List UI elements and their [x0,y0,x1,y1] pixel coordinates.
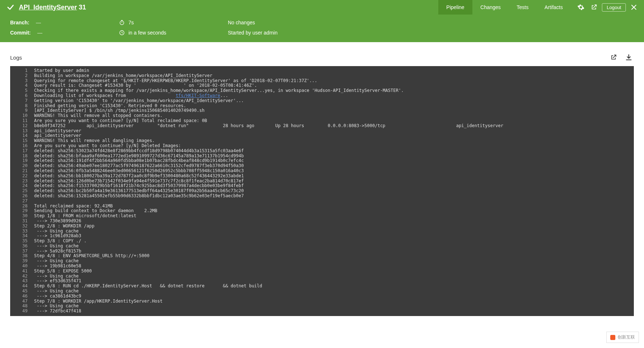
duration-row: 7s [119,20,228,25]
started-by-text: Started by user admin [228,30,278,36]
line-number: 23 [10,179,34,184]
logs-bar: Logs [0,42,644,66]
close-icon[interactable] [629,2,639,12]
line-number: 30 [10,214,34,219]
log-row: 32Step 2/8 : WORKDIR /app [10,224,634,229]
log-row: 48 ---> Using cache [10,304,634,309]
line-content: Are you sure you want to continue? [y/N]… [34,143,634,149]
line-content: Query result is: Changeset #153430 by '█… [34,83,634,88]
header-tabs: Pipeline Changes Tests Artifacts [438,0,571,15]
line-content: ---> Using cache [34,244,634,249]
line-number: 47 [10,299,34,304]
log-row: 46 ---> ca3861d43bc9 [10,294,634,299]
branch-value: — [36,20,41,25]
log-link[interactable]: tfs/HKIT-Software [176,93,220,98]
download-icon[interactable] [624,52,634,62]
line-content: ---> Using cache [34,229,634,234]
line-content: deleted: sha256:bb180027ba39a172d787f2aa… [34,174,634,179]
line-number: 44 [10,284,34,289]
line-number: 12 [10,124,34,129]
line-content: Sending build context to Docker daemon 2… [34,209,634,214]
line-content: b8eb0f347252 api_identityserver "dotnet … [34,124,634,129]
line-content: ---> Using cache [34,289,634,294]
line-number: 37 [10,249,34,254]
line-content: Getting version 'C153430' to '/var/jenki… [34,98,634,104]
started-by-row: Started by user admin [228,30,634,36]
line-content: ---> 72dfbc47f418 [34,309,634,314]
line-content: ---> Using cache [34,304,634,309]
line-number: 35 [10,239,34,244]
line-number: 46 [10,294,34,299]
commit-row: Commit: — [10,30,119,36]
tab-artifacts[interactable]: Artifacts [537,0,571,15]
log-row: 45 ---> Using cache [10,289,634,294]
log-row: 42 ---> Using cache [10,274,634,279]
line-number: 22 [10,174,34,179]
line-number: 28 [10,204,34,209]
subheader: Branch: — 7s No changes Commit: — in a f… [0,15,644,42]
tab-tests[interactable]: Tests [509,0,537,15]
log-row: 19deleted: sha256:191df4f2bb564a960fd5bb… [10,158,634,163]
line-number: 49 [10,309,34,314]
line-content: Step 1/8 : FROM microsoft/dotnet:latest [34,214,634,219]
build-number: 31 [79,4,86,11]
log-row: 18deleted: sha256:bfaaa9af600ea1772ed1e9… [10,154,634,159]
line-number: 43 [10,279,34,284]
line-number: 5 [10,88,34,93]
log-row: 17deleted: sha256:53023a74fd428e8f2869bb… [10,149,634,154]
log-row: 44Step 6/8 : RUN cd ./HKERP.IdentityServ… [10,284,634,289]
line-number: 2 [10,73,34,78]
line-number: 36 [10,244,34,249]
log-row: 39 ---> Using cache [10,259,634,264]
line-number: 17 [10,149,34,154]
open-external-icon[interactable] [608,52,619,62]
line-content: Total reclaimed space: 92.41MB [34,204,634,209]
line-content: Are you sure you want to continue? [y/N]… [34,118,634,124]
line-content: ---> 19b981c60e58 [34,264,634,269]
line-number: 8 [10,104,34,109]
log-row: 27 [10,199,634,204]
log-row: 4Query result is: Changeset #153430 by '… [10,83,634,88]
line-number: 27 [10,199,34,204]
header-bar: API_IdentityServer 31 Pipeline Changes T… [0,0,644,15]
tab-pipeline[interactable]: Pipeline [438,0,472,15]
line-content: ---> ca3861d43bc9 [34,294,634,299]
log-row: 7Getting version 'C153430' to '/var/jenk… [10,98,634,104]
line-content: deleted: sha256:0fb3a5488246ee03ed006561… [34,169,634,174]
go-to-classic-icon[interactable] [589,2,599,12]
line-content: api_identityserver [34,129,634,134]
log-row: 6Downloading list of workspaces from ███… [10,93,634,98]
log-row: 13api_identityserver [10,129,634,134]
line-content: api_identityserver [34,133,634,138]
log-row: 47Step 7/8 : WORKDIR /app/HKERP.Identity… [10,299,634,304]
log-row: 43 ---> ef53d635f471 [10,279,634,284]
line-number: 38 [10,254,34,259]
line-content: WARNING! This will remove all stopped co… [34,113,634,118]
line-number: 10 [10,113,34,118]
log-row: 41Step 5/8 : EXPOSE 5000 [10,269,634,274]
log-row: 31 ---> 730e3899d926 [10,219,634,224]
log-row: 11Are you sure you want to continue? [y/… [10,118,634,124]
log-row: 10WARNING! This will remove all stopped … [10,113,634,118]
line-number: 39 [10,259,34,264]
line-number: 21 [10,169,34,174]
log-row: 15WARNING! This will remove all dangling… [10,138,634,143]
line-number: 29 [10,209,34,214]
stopwatch-icon [119,20,125,25]
log-row: 23deleted: sha256:126d0be73b71542f034e9f… [10,179,634,184]
line-number: 15 [10,138,34,143]
logout-button[interactable]: Logout [602,3,626,12]
line-number: 13 [10,129,34,134]
line-number: 9 [10,108,34,113]
logs-actions [608,52,634,62]
line-number: 19 [10,158,34,163]
header-actions: Logout [571,2,644,12]
gear-icon[interactable] [576,2,586,12]
line-content: ---> 5a928cf8157b [34,249,634,254]
no-changes-text: No changes [228,20,255,25]
console-log[interactable]: 1Started by user admin2Building in works… [10,66,634,316]
log-row: 49 ---> 72dfbc47f418 [10,309,634,314]
pipeline-name-link[interactable]: API_IdentityServer [19,4,77,11]
tab-changes[interactable]: Changes [472,0,509,15]
line-number: 34 [10,234,34,239]
